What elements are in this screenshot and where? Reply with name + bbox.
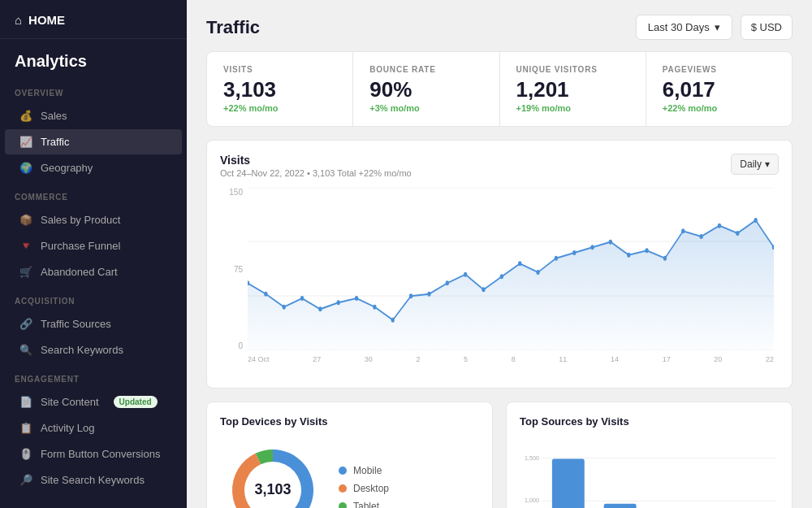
y-label: 75 [220,265,243,274]
form-button-label: Form Button Conversions [41,448,160,460]
x-label: 5 [464,355,468,363]
sidebar-item-geography[interactable]: 🌍Geography [5,155,182,180]
metric-bounce-rate: BOUNCE RATE 90% +3% mo/mo [353,52,499,126]
main-header: Traffic Last 30 Days ▾ $ USD [187,0,812,51]
chart-dot [754,218,757,223]
donut-svg-wrap: 3,103 [220,437,326,508]
traffic-sources-icon: 🔗 [19,318,32,330]
chart-period-label: Daily [740,158,762,170]
metric-label-bounce-rate: BOUNCE RATE [369,65,482,74]
purchase-funnel-label: Purchase Funnel [41,240,120,252]
sidebar-item-form-button[interactable]: 🖱️Form Button Conversions [5,441,182,467]
form-button-icon: 🖱️ [19,448,32,460]
chart-area [248,188,774,350]
chart-dot [482,287,485,292]
chart-dot [300,296,304,301]
site-content-badge: Updated [114,396,158,408]
metric-change-visits: +22% mo/mo [223,103,336,113]
chart-dot [409,293,412,298]
sidebar-item-sales-by-product[interactable]: 📦Sales by Product [5,207,182,232]
metric-label-visits: VISITS [223,65,336,74]
sales-label: Sales [41,110,67,122]
top-sources-title: Top Sources by Visits [520,415,779,428]
y-label: 150 [220,188,243,197]
chevron-down-icon: ▾ [765,158,770,170]
top-sources-card: Top Sources by Visits 1,500 1,000 0 Dire… [506,402,793,508]
legend-item-desktop: Desktop [339,483,479,494]
legend-dot-tablet [339,502,347,508]
x-label: 11 [559,355,567,363]
analytics-title: Analytics [0,39,187,77]
chart-area-fill [248,220,774,350]
chart-dot [645,248,648,253]
site-search-label: Site Search Keywords [41,474,145,486]
site-content-icon: 📄 [19,396,32,408]
metric-change-unique-visitors: +19% mo/mo [516,103,629,113]
chart-dot [355,296,358,301]
sidebar-item-activity-log[interactable]: 📋Activity Log [5,415,182,441]
chart-period-button[interactable]: Daily ▾ [731,154,779,175]
metric-value-bounce-rate: 90% [369,79,482,100]
x-label: 14 [611,355,619,363]
sidebar-logo-label: HOME [28,13,65,27]
sidebar-item-traffic-sources[interactable]: 🔗Traffic Sources [5,311,182,336]
chart-dot [373,305,376,310]
chart-dot [572,250,576,255]
abandoned-cart-icon: 🛒 [19,266,32,278]
legend-item-mobile: Mobile [339,465,479,476]
date-range-button[interactable]: Last 30 Days ▾ [636,15,732,40]
metrics-row: VISITS 3,103 +22% mo/mo BOUNCE RATE 90% … [206,51,793,127]
legend-dot-mobile [339,467,347,475]
chart-title: Visits [220,154,412,167]
x-label: 27 [313,355,321,363]
metric-value-pageviews: 6,017 [663,79,775,100]
chart-dot [391,318,395,323]
sidebar-item-purchase-funnel[interactable]: 🔻Purchase Funnel [5,233,182,258]
svg-text:1,000: 1,000 [525,497,539,504]
chevron-down-icon: ▾ [715,21,720,33]
chart-x-labels: 24 Oct27302581114172022 [248,352,774,375]
metric-value-unique-visitors: 1,201 [516,79,629,100]
page-title: Traffic [206,17,260,38]
chart-subtitle: Oct 24–Nov 22, 2022 • 3,103 Total +22% m… [220,168,412,178]
sidebar-item-sales[interactable]: 💰Sales [5,103,182,128]
metric-unique-visitors: UNIQUE VISITORS 1,201 +19% mo/mo [500,52,646,126]
legend-dot-desktop [339,484,347,493]
chart-dot [663,256,667,261]
chart-dot [736,231,739,236]
x-label: 8 [512,355,516,363]
visits-chart-section: Visits Oct 24–Nov 22, 2022 • 3,103 Total… [206,140,793,389]
chart-dot [500,274,503,279]
sidebar-item-abandoned-cart[interactable]: 🛒Abandoned Cart [5,259,182,284]
donut-legend: Mobile Desktop Tablet [339,465,479,508]
x-label: 30 [365,355,373,363]
header-controls: Last 30 Days ▾ $ USD [636,15,793,40]
sidebar-item-traffic[interactable]: 📈Traffic [5,129,182,154]
chart-dot [283,305,286,310]
metric-label-unique-visitors: UNIQUE VISITORS [516,65,629,74]
sidebar-section-commerce: COMMERCE [0,181,187,206]
sidebar-logo[interactable]: ⌂ HOME [0,0,187,39]
site-content-label: Site Content [41,396,99,408]
donut-center-value: 3,103 [254,481,291,497]
line-chart-container: 150750 24 Oct2730258111417202 [220,188,779,375]
sales-by-product-label: Sales by Product [41,214,120,226]
sidebar-section-overview: OVERVIEW [0,77,187,102]
sidebar-item-search-keywords[interactable]: 🔍Search Keywords [5,337,182,363]
chart-dot [718,224,721,228]
sidebar-item-site-content[interactable]: 📄Site ContentUpdated [5,389,182,415]
sidebar-item-site-search[interactable]: 🔎Site Search Keywords [5,467,182,493]
chart-dot [464,272,467,277]
chart-dot [318,306,322,311]
chart-dot [555,256,558,261]
site-search-icon: 🔎 [19,474,32,486]
main-content: Traffic Last 30 Days ▾ $ USD VISITS 3,10… [187,0,812,508]
top-devices-card: Top Devices by Visits 3,103 Mobile Deskt… [206,402,493,508]
x-label: 24 Oct [248,355,270,363]
metric-pageviews: PAGEVIEWS 6,017 +22% mo/mo [646,52,792,126]
chart-dot [427,292,430,297]
currency-button[interactable]: $ USD [741,15,793,40]
chart-dot [518,261,521,266]
legend-item-tablet: Tablet [339,501,479,508]
y-label: 0 [220,341,243,350]
